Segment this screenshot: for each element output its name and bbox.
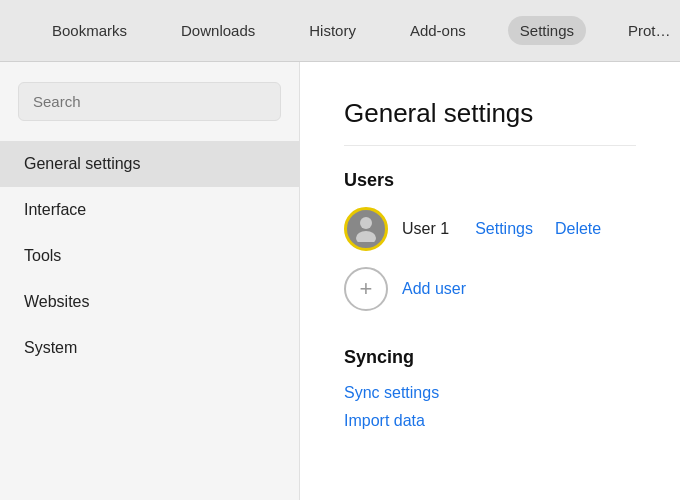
content-area: General settings Users User 1 Settings D…: [300, 62, 680, 500]
page-title: General settings: [344, 98, 636, 146]
sync-settings-link[interactable]: Sync settings: [344, 384, 636, 402]
sidebar-item-general-settings[interactable]: General settings: [0, 141, 299, 187]
plus-icon: +: [360, 278, 373, 300]
nav-item-settings[interactable]: Settings: [508, 16, 586, 45]
nav-item-history[interactable]: History: [297, 16, 368, 45]
nav-item-prot[interactable]: Prot…: [616, 16, 680, 45]
sidebar: General settings Interface Tools Website…: [0, 62, 300, 500]
add-user-button[interactable]: +: [344, 267, 388, 311]
sidebar-item-system[interactable]: System: [0, 325, 299, 371]
sidebar-item-websites[interactable]: Websites: [0, 279, 299, 325]
user-settings-link[interactable]: Settings: [475, 220, 533, 238]
nav-item-bookmarks[interactable]: Bookmarks: [40, 16, 139, 45]
sidebar-item-interface[interactable]: Interface: [0, 187, 299, 233]
svg-point-1: [356, 231, 376, 242]
add-user-row: + Add user: [344, 267, 636, 311]
user-avatar-icon: [351, 212, 381, 246]
nav-item-addons[interactable]: Add-ons: [398, 16, 478, 45]
users-heading: Users: [344, 170, 636, 191]
import-data-link[interactable]: Import data: [344, 412, 636, 430]
add-user-label[interactable]: Add user: [402, 280, 466, 298]
sidebar-item-tools[interactable]: Tools: [0, 233, 299, 279]
syncing-heading: Syncing: [344, 347, 636, 368]
avatar: [344, 207, 388, 251]
search-container: [0, 82, 299, 141]
svg-point-0: [360, 217, 372, 229]
main-layout: General settings Interface Tools Website…: [0, 62, 680, 500]
top-nav: Bookmarks Downloads History Add-ons Sett…: [0, 0, 680, 62]
syncing-section: Syncing Sync settings Import data: [344, 347, 636, 430]
user-row: User 1 Settings Delete: [344, 207, 636, 251]
nav-item-downloads[interactable]: Downloads: [169, 16, 267, 45]
users-section: Users User 1 Settings Delete: [344, 170, 636, 311]
user-delete-link[interactable]: Delete: [555, 220, 601, 238]
search-input[interactable]: [18, 82, 281, 121]
user-name: User 1: [402, 220, 449, 238]
